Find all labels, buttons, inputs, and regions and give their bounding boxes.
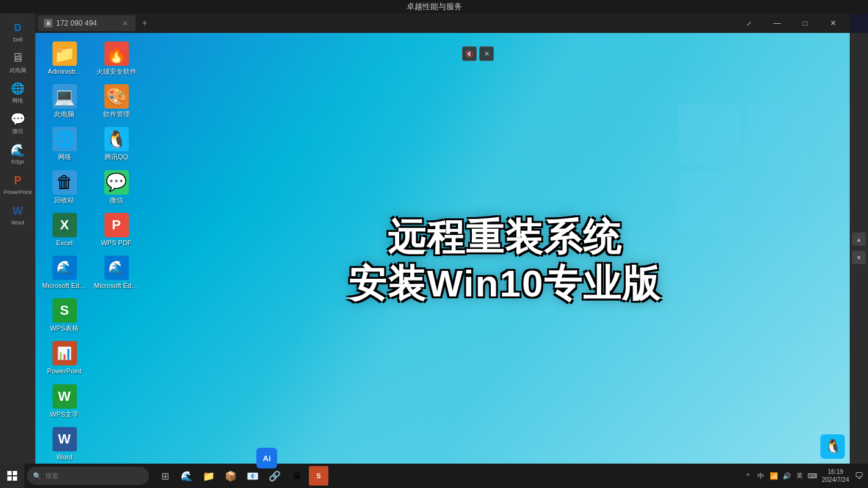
overlay-line1: 远程重装系统 bbox=[349, 217, 661, 258]
sidebar-item-ppt[interactable]: P PowerPoint bbox=[4, 171, 31, 198]
sidebar-label-dell: Dell bbox=[13, 37, 23, 43]
qq-icon: 🐧 bbox=[104, 127, 129, 151]
wpsxls-icon-label: WPS表格 bbox=[50, 325, 79, 332]
ai-badge[interactable]: Ai bbox=[256, 448, 277, 468]
outer-app-remote[interactable]: 🔗 bbox=[265, 466, 284, 486]
desktop-icon-softmgr[interactable]: 🎨 软件管理 bbox=[93, 82, 139, 121]
sidebar-label-edge: Edge bbox=[11, 159, 24, 165]
huorong-icon-label: 火绒安全软件 bbox=[96, 68, 137, 76]
icon-row-8: 📊 PowerPoint bbox=[42, 339, 170, 378]
outer-tray-sound[interactable]: 🔊 bbox=[781, 470, 792, 481]
dell-icon: D bbox=[10, 21, 25, 35]
outer-tray-network[interactable]: 📶 bbox=[769, 470, 779, 481]
excel-icon-label: Excel bbox=[56, 239, 73, 247]
desktop-icon-edge1[interactable]: 🌊 Microsoft Edge bbox=[42, 253, 87, 292]
remote-desktop: 📁 Administr... 🔥 火绒安全软件 💻 此电脑 bbox=[35, 33, 850, 488]
svg-rect-1 bbox=[746, 104, 807, 165]
media-mute-btn[interactable]: 🔇 bbox=[462, 46, 477, 61]
inner-window: 🖥 172 090 494 ✕ + ⤢ — □ ✕ 🔇 ✕ bbox=[35, 13, 850, 488]
desktop-icon-excel[interactable]: X Excel bbox=[42, 210, 87, 249]
desktop-icon-edge2[interactable]: 🌊 Microsoft Edge bbox=[93, 253, 139, 292]
browser-tab[interactable]: 🖥 172 090 494 ✕ bbox=[38, 15, 136, 31]
desktop-icon-wechat[interactable]: 💬 微信 bbox=[93, 168, 139, 207]
outer-app-wps[interactable]: S bbox=[309, 466, 328, 486]
wpspdf-icon-label: WPS PDF bbox=[101, 239, 131, 247]
outer-tray-language[interactable]: 英 bbox=[794, 470, 805, 481]
window-minimize-btn[interactable]: — bbox=[763, 14, 791, 32]
edge-icon: 🌊 bbox=[10, 143, 25, 157]
outer-app-taskview[interactable]: ⊞ bbox=[155, 466, 175, 486]
tab-close-btn[interactable]: ✕ bbox=[121, 19, 129, 27]
ppt2-icon-label: PowerPoint bbox=[47, 367, 81, 375]
right-panel-btn-1[interactable]: ▲ bbox=[852, 232, 866, 246]
media-close-btn[interactable]: ✕ bbox=[479, 46, 494, 61]
desktop-icon-qq[interactable]: 🐧 腾讯QQ bbox=[93, 124, 139, 163]
desktop-icons-area: 📁 Administr... 🔥 火绒安全软件 💻 此电脑 bbox=[42, 39, 170, 488]
desktop-icon-network[interactable]: 🌐 网络 bbox=[42, 124, 87, 163]
outer-app-edge[interactable]: 🌊 bbox=[177, 466, 197, 486]
outer-taskbar-apps: ⊞ 🌊 📁 📦 📧 🔗 🖥 S bbox=[155, 466, 328, 486]
tab-add-btn[interactable]: + bbox=[137, 15, 153, 31]
icon-row-7: S WPS表格 bbox=[42, 296, 170, 335]
sidebar-label-wechat: 微信 bbox=[12, 127, 23, 135]
ppt-icon: P bbox=[10, 173, 25, 188]
qq-corner-button[interactable]: 🐧 bbox=[820, 434, 845, 459]
outer-app-mail[interactable]: 📧 bbox=[243, 466, 262, 486]
desktop-icon-wpsdoc[interactable]: W WPS文字 bbox=[42, 382, 87, 421]
outer-start-button[interactable] bbox=[0, 464, 24, 488]
outer-system-tray: ^ 中 📶 🔊 英 ⌨ 16:19 2024/7/24 🗨 bbox=[739, 468, 869, 484]
desktop-icon-mypc[interactable]: 💻 此电脑 bbox=[42, 82, 87, 121]
sidebar-label-ppt: PowerPoint bbox=[4, 189, 32, 195]
outer-taskbar: 🔍 ⊞ 🌊 📁 📦 📧 🔗 🖥 S Ai ^ 中 📶 🔊 英 ⌨ 16: bbox=[0, 464, 868, 488]
outer-app-explorer[interactable]: 📁 bbox=[199, 466, 219, 486]
window-maximize-btn[interactable]: □ bbox=[791, 14, 819, 32]
outer-search-icon: 🔍 bbox=[33, 472, 42, 480]
outer-frame: 卓越性能与服务 D Dell 🖥 此电脑 🌐 网络 💬 微信 🌊 Edge P … bbox=[0, 0, 868, 488]
icon-row-9: W WPS文字 bbox=[42, 382, 170, 421]
outer-app-store[interactable]: 📦 bbox=[221, 466, 241, 486]
edge2-desktop-icon: 🌊 bbox=[104, 256, 129, 280]
sidebar-item-wechat[interactable]: 💬 微信 bbox=[4, 110, 31, 137]
sidebar-item-pc[interactable]: 🖥 此电脑 bbox=[4, 49, 31, 76]
outer-taskbar-search[interactable]: 🔍 bbox=[27, 467, 149, 485]
outer-search-input[interactable] bbox=[45, 472, 143, 479]
outer-tray-chinese[interactable]: 中 bbox=[756, 470, 767, 481]
icon-row-10: W Word bbox=[42, 425, 170, 464]
word-icon: W bbox=[10, 204, 25, 218]
ai-badge-text: Ai bbox=[263, 454, 271, 463]
desktop-icon-ppt2[interactable]: 📊 PowerPoint bbox=[42, 339, 87, 378]
svg-rect-0 bbox=[679, 104, 740, 165]
outer-app-pc[interactable]: 🖥 bbox=[287, 466, 306, 486]
desktop-icon-huorong[interactable]: 🔥 火绒安全软件 bbox=[93, 39, 139, 78]
outer-title-bar: 卓越性能与服务 bbox=[0, 0, 868, 13]
outer-tray-notification[interactable]: 🗨 bbox=[853, 470, 864, 481]
desktop-icon-word[interactable]: W Word bbox=[42, 425, 87, 464]
outer-tray-clock[interactable]: 16:19 2024/7/24 bbox=[820, 468, 852, 484]
word-desktop-label: Word bbox=[56, 453, 72, 461]
win-desktop-bg: 📁 Administr... 🔥 火绒安全软件 💻 此电脑 bbox=[35, 33, 850, 488]
desktop-icon-admin[interactable]: 📁 Administr... bbox=[42, 39, 87, 78]
window-resize-btn[interactable]: ⤢ bbox=[735, 14, 763, 32]
qq-corner-icon: 🐧 bbox=[825, 439, 841, 454]
icon-row-4: 🗑 回收站 💬 微信 bbox=[42, 168, 170, 207]
mypc-icon: 💻 bbox=[52, 84, 77, 109]
icon-row-6: 🌊 Microsoft Edge 🌊 Microsoft Edge bbox=[42, 253, 170, 292]
sidebar-label-word: Word bbox=[11, 220, 24, 226]
sidebar-item-word[interactable]: W Word bbox=[4, 201, 31, 228]
outer-tray-chevron[interactable]: ^ bbox=[743, 470, 754, 481]
desktop-icon-recycle[interactable]: 🗑 回收站 bbox=[42, 168, 87, 207]
sidebar-item-edge[interactable]: 🌊 Edge bbox=[4, 140, 31, 167]
desktop-icon-wpsxls[interactable]: S WPS表格 bbox=[42, 296, 87, 335]
right-panel-btn-2[interactable]: ▼ bbox=[852, 251, 866, 264]
icon-row-2: 💻 此电脑 🎨 软件管理 bbox=[42, 82, 170, 121]
desktop-icon-wpspdf[interactable]: P WPS PDF bbox=[93, 210, 139, 249]
sidebar-item-dell[interactable]: D Dell bbox=[4, 18, 31, 45]
wpsxls-icon: S bbox=[52, 298, 77, 323]
overlay-line2: 安装Win10专业版 bbox=[349, 263, 661, 304]
word-desktop-icon: W bbox=[52, 427, 77, 451]
outer-tray-keyboard[interactable]: ⌨ bbox=[807, 470, 818, 481]
svg-rect-3 bbox=[746, 171, 807, 232]
window-close-btn[interactable]: ✕ bbox=[819, 14, 847, 32]
icon-row-1: 📁 Administr... 🔥 火绒安全软件 bbox=[42, 39, 170, 78]
sidebar-item-network[interactable]: 🌐 网络 bbox=[4, 79, 31, 106]
